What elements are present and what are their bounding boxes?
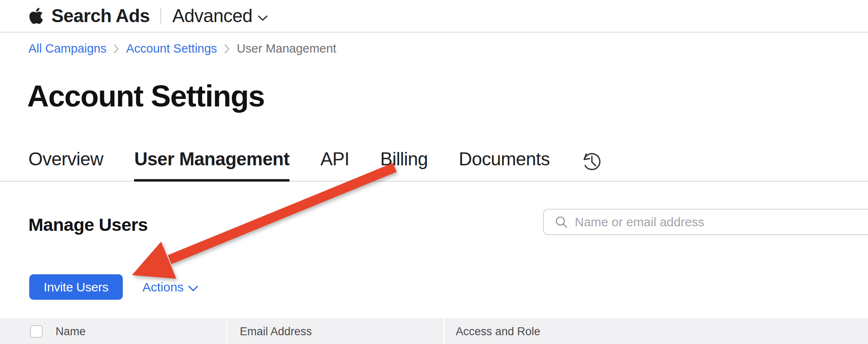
topbar-divider [160,8,161,24]
table-column-access: Access and Role [445,318,868,344]
chevron-down-icon [258,15,268,21]
column-header-email: Email Address [240,325,312,338]
table-column-name: Name [0,318,226,344]
actions-row: Invite Users Actions [29,274,868,300]
page-title: Account Settings [27,79,868,113]
column-header-access: Access and Role [456,325,541,338]
invite-users-button[interactable]: Invite Users [29,274,123,300]
search-icon [555,215,568,229]
chevron-down-icon [188,283,198,292]
apple-logo-icon [28,7,44,25]
tab-documents[interactable]: Documents [459,149,550,181]
breadcrumb: All Campaigns Account Settings User Mana… [28,41,868,56]
actions-menu-label: Actions [142,280,183,294]
chevron-right-icon [224,43,230,54]
users-table-header: Name Email Address Access and Role [0,318,868,344]
edition-selector[interactable]: Advanced [172,5,268,26]
app-topbar: Search Ads Advanced [0,0,868,33]
user-search[interactable] [543,209,868,235]
tab-user-management[interactable]: User Management [134,149,289,181]
breadcrumb-link-account-settings[interactable]: Account Settings [126,41,217,56]
tab-billing[interactable]: Billing [380,149,428,181]
history-icon[interactable] [581,151,602,172]
table-column-email: Email Address [227,318,444,344]
tab-bar: Overview User Management API Billing Doc… [0,149,868,182]
actions-menu[interactable]: Actions [142,280,198,294]
brand-title: Search Ads [51,5,150,26]
breadcrumb-link-all-campaigns[interactable]: All Campaigns [28,41,107,56]
edition-label: Advanced [172,5,252,26]
tab-api[interactable]: API [320,149,349,181]
select-all-checkbox[interactable] [30,325,43,338]
search-input[interactable] [574,215,868,230]
breadcrumb-current: User Management [237,41,337,56]
tab-overview[interactable]: Overview [28,149,103,181]
column-header-name: Name [56,325,86,338]
chevron-right-icon [114,43,119,54]
